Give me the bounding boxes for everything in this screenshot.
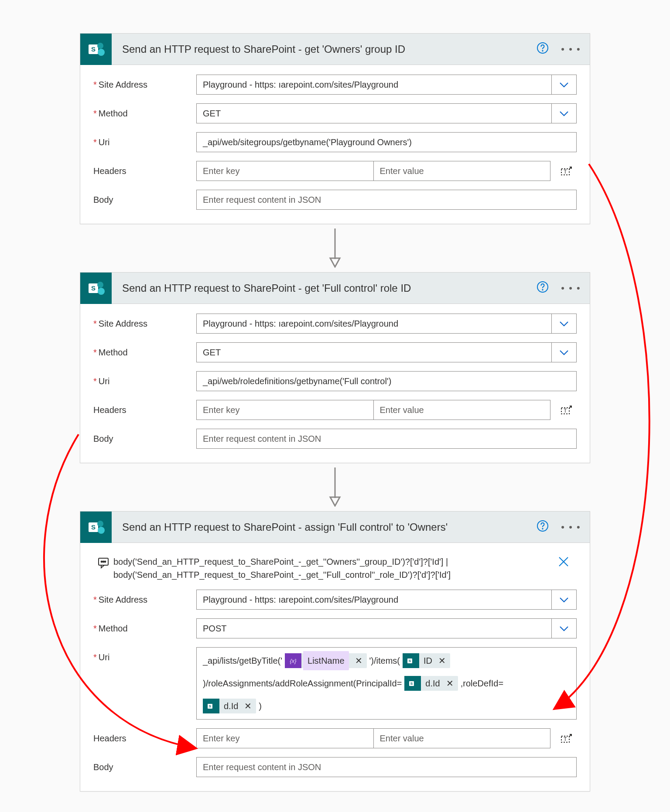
action-card-get-full-control-role-id[interactable]: S Send an HTTP request to SharePoint - g… bbox=[80, 272, 590, 463]
svg-point-7 bbox=[542, 50, 544, 51]
token-id[interactable]: S ID ✕ bbox=[403, 653, 450, 668]
sharepoint-icon: S bbox=[80, 273, 112, 304]
header-key-input[interactable]: Enter key bbox=[196, 400, 374, 420]
svg-text:S: S bbox=[91, 45, 96, 53]
svg-text:T: T bbox=[564, 736, 567, 742]
close-icon[interactable] bbox=[550, 555, 577, 568]
label-uri: *Uri bbox=[93, 647, 196, 662]
label-headers: Headers bbox=[93, 734, 196, 744]
help-icon[interactable] bbox=[537, 42, 549, 56]
svg-text:S: S bbox=[91, 284, 96, 292]
card-title: Send an HTTP request to SharePoint - get… bbox=[112, 43, 537, 55]
svg-point-27 bbox=[542, 528, 544, 529]
svg-marker-21 bbox=[330, 497, 340, 506]
svg-text:{x}: {x} bbox=[290, 658, 297, 664]
remove-token-icon[interactable]: ✕ bbox=[353, 653, 364, 669]
help-icon[interactable] bbox=[537, 520, 549, 534]
body-input[interactable]: Enter request content in JSON bbox=[196, 757, 577, 777]
svg-point-30 bbox=[103, 561, 104, 563]
svg-text:S: S bbox=[91, 523, 96, 531]
header-key-input[interactable]: Enter key bbox=[196, 161, 374, 181]
label-uri: *Uri bbox=[93, 376, 196, 386]
label-method: *Method bbox=[93, 624, 196, 634]
svg-point-29 bbox=[101, 561, 103, 563]
remove-token-icon[interactable]: ✕ bbox=[437, 653, 448, 669]
action-card-assign-full-control-to-owners[interactable]: S Send an HTTP request to SharePoint - a… bbox=[80, 511, 590, 792]
connector-arrow-icon bbox=[326, 467, 344, 507]
text-mode-toggle-icon[interactable]: T bbox=[556, 732, 577, 745]
remove-token-icon[interactable]: ✕ bbox=[243, 698, 253, 714]
sharepoint-icon: S bbox=[203, 699, 219, 713]
uri-input[interactable]: _api/web/sitegroups/getbyname('Playgroun… bbox=[196, 132, 577, 152]
svg-point-31 bbox=[105, 561, 106, 563]
card-title: Send an HTTP request to SharePoint - get… bbox=[112, 282, 537, 294]
svg-point-4 bbox=[97, 43, 103, 49]
method-dropdown[interactable]: GET bbox=[196, 103, 551, 123]
svg-point-24 bbox=[97, 521, 103, 527]
chevron-down-icon[interactable] bbox=[551, 590, 577, 610]
sharepoint-icon: S bbox=[403, 653, 419, 668]
svg-text:T: T bbox=[564, 169, 567, 175]
expression-icon: {x} bbox=[285, 653, 301, 668]
site-address-dropdown[interactable]: Playground - https: ıarepoint.com/sites/… bbox=[196, 75, 551, 95]
label-body: Body bbox=[93, 195, 196, 205]
label-headers: Headers bbox=[93, 166, 196, 176]
token-listname[interactable]: {x} ListName ✕ bbox=[285, 653, 366, 668]
action-card-get-owners-group-id[interactable]: S Send an HTTP request to SharePoint - g… bbox=[80, 33, 590, 224]
label-method: *Method bbox=[93, 109, 196, 119]
uri-input[interactable]: _api/web/roledefinitions/getbyname('Full… bbox=[196, 371, 577, 391]
svg-text:S: S bbox=[209, 704, 212, 708]
sharepoint-icon: S bbox=[80, 34, 112, 65]
card-header[interactable]: S Send an HTTP request to SharePoint - g… bbox=[80, 34, 590, 65]
svg-point-25 bbox=[98, 527, 105, 534]
label-uri: *Uri bbox=[93, 137, 196, 147]
label-site-address: *Site Address bbox=[93, 319, 196, 329]
card-header[interactable]: S Send an HTTP request to SharePoint - g… bbox=[80, 273, 590, 304]
sharepoint-icon: S bbox=[80, 512, 112, 543]
label-body: Body bbox=[93, 762, 196, 772]
text-mode-toggle-icon[interactable]: T bbox=[556, 403, 577, 416]
chevron-down-icon[interactable] bbox=[551, 618, 577, 638]
card-title: Send an HTTP request to SharePoint - ass… bbox=[112, 521, 537, 533]
token-d-id-principal[interactable]: S d.Id ✕ bbox=[404, 676, 458, 691]
text-mode-toggle-icon[interactable]: T bbox=[556, 164, 577, 177]
card-header[interactable]: S Send an HTTP request to SharePoint - a… bbox=[80, 512, 590, 543]
site-address-dropdown[interactable]: Playground - https: ıarepoint.com/sites/… bbox=[196, 314, 551, 334]
label-headers: Headers bbox=[93, 405, 196, 415]
chevron-down-icon[interactable] bbox=[551, 314, 577, 334]
svg-point-14 bbox=[97, 282, 103, 288]
label-body: Body bbox=[93, 434, 196, 444]
label-method: *Method bbox=[93, 348, 196, 358]
header-value-input[interactable]: Enter value bbox=[374, 161, 551, 181]
remove-token-icon[interactable]: ✕ bbox=[444, 676, 455, 691]
svg-text:T: T bbox=[564, 408, 567, 414]
comment-icon bbox=[93, 555, 113, 569]
chevron-down-icon[interactable] bbox=[551, 342, 577, 362]
site-address-dropdown[interactable]: Playground - https: ıarepoint.com/sites/… bbox=[196, 590, 551, 610]
uri-input[interactable]: _api/lists/getByTitle(' {x} ListName ✕ '… bbox=[196, 647, 577, 720]
token-d-id-roledef[interactable]: S d.Id ✕ bbox=[203, 699, 256, 713]
svg-text:S: S bbox=[409, 659, 411, 663]
svg-text:S: S bbox=[410, 682, 413, 686]
connector-arrow-icon bbox=[326, 229, 344, 268]
sharepoint-icon: S bbox=[404, 676, 421, 691]
more-menu-icon[interactable]: • • • bbox=[561, 283, 581, 294]
help-icon[interactable] bbox=[537, 281, 549, 295]
svg-point-5 bbox=[98, 49, 105, 56]
label-site-address: *Site Address bbox=[93, 80, 196, 90]
chevron-down-icon[interactable] bbox=[551, 103, 577, 123]
more-menu-icon[interactable]: • • • bbox=[561, 44, 581, 55]
peek-line-1: body('Send_an_HTTP_request_to_SharePoint… bbox=[113, 555, 550, 568]
header-key-input[interactable]: Enter key bbox=[196, 728, 374, 748]
svg-point-17 bbox=[542, 289, 544, 290]
header-value-input[interactable]: Enter value bbox=[374, 400, 551, 420]
label-site-address: *Site Address bbox=[93, 595, 196, 605]
body-input[interactable]: Enter request content in JSON bbox=[196, 429, 577, 449]
peek-line-2: body('Send_an_HTTP_request_to_SharePoint… bbox=[113, 568, 550, 581]
header-value-input[interactable]: Enter value bbox=[374, 728, 551, 748]
more-menu-icon[interactable]: • • • bbox=[561, 522, 581, 533]
chevron-down-icon[interactable] bbox=[551, 75, 577, 95]
method-dropdown[interactable]: POST bbox=[196, 618, 551, 638]
method-dropdown[interactable]: GET bbox=[196, 342, 551, 362]
body-input[interactable]: Enter request content in JSON bbox=[196, 190, 577, 210]
